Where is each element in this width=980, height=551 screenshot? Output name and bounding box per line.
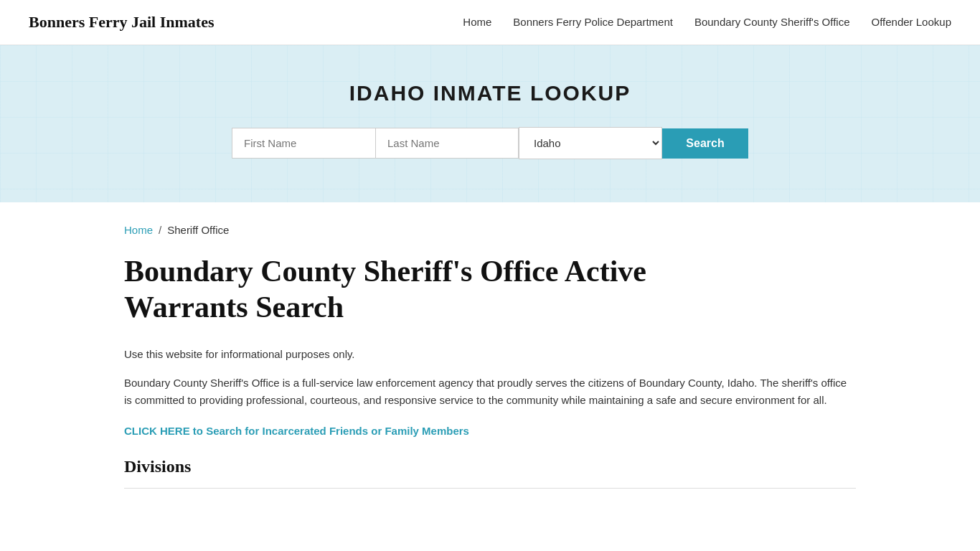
nav-item-police[interactable]: Bonners Ferry Police Department [513, 16, 673, 29]
first-name-input[interactable] [232, 128, 375, 159]
nav-item-sheriff[interactable]: Boundary County Sheriff's Office [694, 16, 850, 29]
hero-section: IDAHO INMATE LOOKUP Idaho Alabama Alaska… [0, 45, 980, 202]
divisions-heading: Divisions [124, 457, 856, 476]
navbar: Bonners Ferry Jail Inmates Home Bonners … [0, 0, 980, 45]
nav-link-home[interactable]: Home [463, 16, 491, 28]
page-title: Boundary County Sheriff's Office Active … [124, 253, 770, 326]
last-name-input[interactable] [375, 128, 519, 159]
search-form: Idaho Alabama Alaska Arizona Arkansas Ca… [14, 127, 966, 159]
nav-item-offender[interactable]: Offender Lookup [872, 16, 951, 29]
breadcrumb-home-link[interactable]: Home [124, 224, 153, 236]
nav-links: Home Bonners Ferry Police Department Bou… [463, 16, 951, 29]
section-divider [124, 488, 856, 489]
nav-link-sheriff[interactable]: Boundary County Sheriff's Office [694, 16, 850, 28]
intro-text: Use this website for informational purpo… [124, 346, 856, 363]
main-content: Home / Sheriff Office Boundary County Sh… [95, 202, 885, 529]
search-button[interactable]: Search [662, 128, 748, 159]
breadcrumb-current: Sheriff Office [167, 224, 229, 236]
cta-link[interactable]: CLICK HERE to Search for Incarcerated Fr… [124, 425, 469, 437]
hero-title: IDAHO INMATE LOOKUP [14, 81, 966, 105]
description-text: Boundary County Sheriff's Office is a fu… [124, 375, 856, 409]
nav-item-home[interactable]: Home [463, 16, 491, 29]
breadcrumb: Home / Sheriff Office [124, 224, 856, 236]
breadcrumb-separator: / [159, 224, 161, 236]
state-select[interactable]: Idaho Alabama Alaska Arizona Arkansas Ca… [519, 127, 662, 159]
nav-link-offender[interactable]: Offender Lookup [872, 16, 951, 28]
nav-link-police[interactable]: Bonners Ferry Police Department [513, 16, 673, 28]
site-logo[interactable]: Bonners Ferry Jail Inmates [29, 13, 214, 32]
